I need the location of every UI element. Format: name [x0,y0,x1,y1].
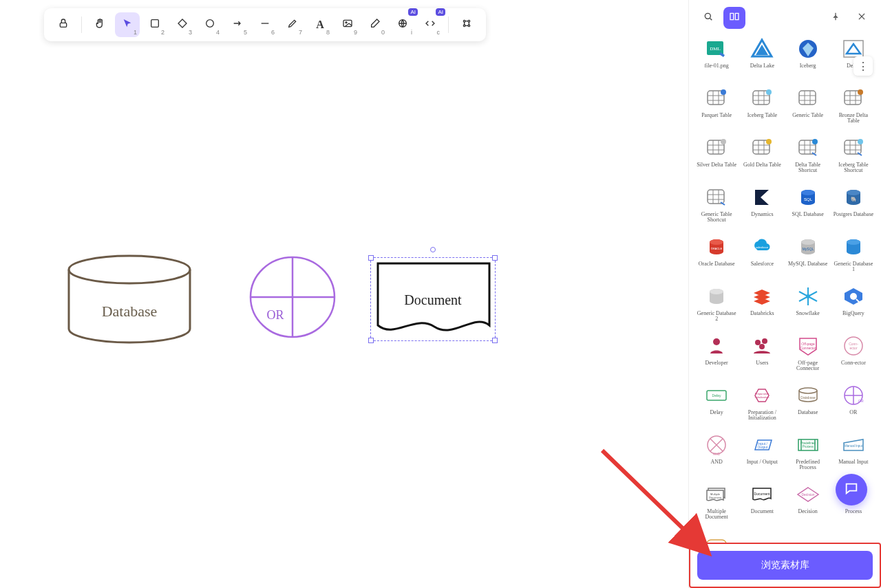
library-item-label: Input / Output [747,459,778,465]
toolbar-separator [81,17,82,33]
resize-handle-se[interactable] [492,338,498,343]
library-item-label: Bronze Delta Table [833,113,874,124]
library-item-off-page-connector[interactable]: Off-pageConnectorOff-page Connector [786,333,830,381]
tool-shortcut: i [411,29,412,36]
hand-tool[interactable] [87,12,112,37]
circle-icon [204,18,215,32]
shapes-tool[interactable] [454,12,479,37]
library-item-delay[interactable]: DelayDelay [694,382,739,431]
library-item-silver-delta-table[interactable]: Silver Delta Table [694,135,739,183]
library-item-delta-table-shortcut[interactable]: Delta Table Shortcut [786,135,830,183]
library-item-bigquery[interactable]: BigQuery [831,283,875,331]
library-item-multiple-document[interactable]: MultipleDocumentMultiple Document [694,481,739,530]
database-shape-icon: Database [793,382,823,409]
svg-point-4 [346,22,347,23]
library-item-manual-input[interactable]: Manual InputManual Input [831,432,875,480]
eraser-tool[interactable]: 0 [363,12,388,37]
postgres-database-icon: 🐘 [838,184,869,210]
library-item-bronze-delta-table[interactable]: Bronze Delta Table [831,85,875,133]
library-item-salesforce[interactable]: salesforceSalesforce [740,234,784,282]
library-item-generic-table-shortcut[interactable]: Generic Table Shortcut [694,184,739,232]
close-panel-button[interactable] [851,7,873,29]
search-button[interactable] [697,7,719,29]
library-item-label: Process [845,509,862,514]
pencil-tool[interactable]: 7 [280,12,305,37]
library-item-postgres-database[interactable]: 🐘Postgres Database [831,184,875,232]
library-item-preparation[interactable]: PreparationInitializationPreparation / I… [740,382,784,431]
browse-library-button[interactable]: 浏览素材库 [697,551,873,580]
select-tool[interactable]: 1 [115,12,140,37]
library-item-label: Gold Delta Table [743,162,781,168]
tool-shortcut: 5 [244,29,247,36]
library-toggle-button[interactable] [723,7,745,29]
svg-text:OR: OR [858,399,864,403]
library-item-delta-lake[interactable]: Delta Lake [740,36,784,84]
library-item-iceberg[interactable]: Iceberg [786,36,830,84]
library-item-database-shape[interactable]: DatabaseDatabase [786,382,830,431]
svg-point-76 [710,239,723,245]
rotate-handle[interactable] [430,247,436,252]
document-shape-selected[interactable]: Document [370,257,496,341]
svg-point-86 [806,294,810,298]
library-item-iceberg-table[interactable]: Iceberg Table [740,85,784,133]
library-item-label: Users [756,360,768,366]
library-item-mysql-database[interactable]: MySQLMySQL Database [786,234,830,282]
library-item-oracle-database[interactable]: ORACLEOracle Database [694,234,739,282]
library-item-dynamics[interactable]: Dynamics [740,184,784,232]
line-tool[interactable]: 6 [253,12,277,37]
library-item-label: Dynamics [751,212,773,217]
ai-mermaid-tool[interactable]: AI i [390,12,415,37]
library-item-snowflake[interactable]: Snowflake [786,283,830,331]
library-item-input-output[interactable]: Input /OutputInput / Output [740,432,784,480]
library-item-parquet-table[interactable]: Parquet Table [694,85,739,133]
library-item-connector[interactable]: Conn-ectorConn-ector [831,333,875,381]
resize-handle-ne[interactable] [492,255,498,261]
text-tool[interactable]: A 8 [308,12,332,37]
library-item-label: Multiple Document [696,509,737,521]
svg-point-2 [206,20,214,28]
svg-text:SQL: SQL [804,197,813,202]
library-item-generic-table[interactable]: Generic Table [786,85,830,133]
library-item-or-shape[interactable]: OROR [831,382,875,431]
library-item-and-shape[interactable]: ANDAND [694,432,739,480]
svg-text:Process: Process [802,445,814,448]
ellipse-tool[interactable]: 4 [198,12,222,37]
or-shape[interactable] [249,256,336,338]
database-label: Database [66,303,193,320]
bigquery-icon [838,283,869,309]
library-item-file-01png[interactable]: DMLfile-01.png [694,36,739,84]
resize-handle-sw[interactable] [368,338,374,343]
library-item-developer[interactable]: Developer [694,333,739,381]
input-output-icon: Input /Output [747,432,777,458]
chat-button[interactable] [836,474,867,505]
diamond-tool[interactable]: 3 [170,12,195,37]
resize-handle-nw[interactable] [368,255,374,261]
iceberg-table-icon [747,85,777,111]
users-icon [747,333,777,359]
more-menu-button[interactable]: ⋮ [853,56,873,76]
library-item-sql-database[interactable]: SQLSQL Database [786,184,830,232]
library-item-decision[interactable]: DecisionDecision [786,481,830,530]
library-item-databricks[interactable]: Databricks [740,283,784,331]
svg-point-25 [721,89,726,95]
library-item-iceberg-table-shortcut[interactable]: Iceberg Table Shortcut [831,135,875,183]
cta-highlight: 浏览素材库 [689,543,881,588]
eraser-icon [370,18,381,32]
ai-code-tool[interactable]: AI c [418,12,443,37]
library-item-gold-delta-table[interactable]: Gold Delta Table [740,135,784,183]
arrow-tool[interactable]: 5 [225,12,250,37]
library-item-users[interactable]: Users [740,333,784,381]
library-item-generic-database-2[interactable]: Generic Database 2 [694,283,739,331]
toolbar-separator [448,17,449,33]
svg-point-54 [766,139,772,144]
library-item-predefined-process[interactable]: PredefinedProcessPredefined Process [786,432,830,480]
database-shape[interactable]: Database [66,254,193,342]
main-toolbar: 1 2 3 4 5 6 7 A 8 9 0 AI i AI [44,8,486,41]
rectangle-tool[interactable]: 2 [142,12,167,37]
library-item-document-shape[interactable]: DocumentDocument [740,481,784,530]
pin-button[interactable] [825,7,847,29]
library-item-generic-database-1[interactable]: Generic Database 1 [831,234,875,282]
lock-tool[interactable] [51,12,76,37]
library-item-start-end[interactable]: Start / EndStart / End [694,531,739,543]
image-tool[interactable]: 9 [335,12,360,37]
